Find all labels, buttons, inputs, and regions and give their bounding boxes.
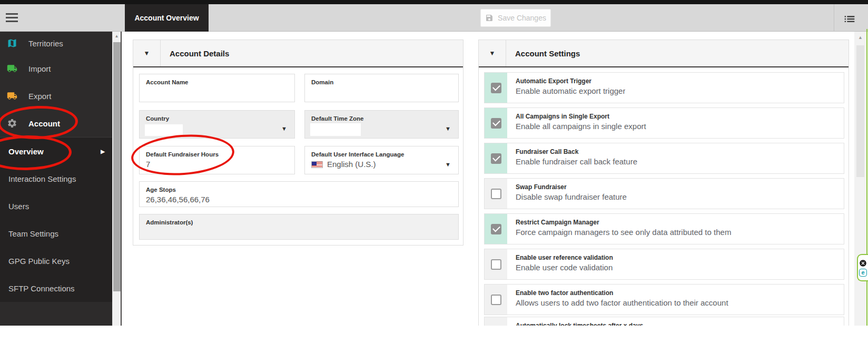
- field-label: Default User Interface Language: [311, 151, 452, 158]
- toggle-fundraiser-call-back[interactable]: Fundraiser Call Back Enable fundraiser c…: [484, 143, 844, 174]
- default-ui-language-select[interactable]: Default User Interface Language English …: [304, 146, 459, 174]
- domain-field[interactable]: Domain: [304, 74, 459, 102]
- tab-account-overview[interactable]: Account Overview: [125, 4, 209, 32]
- redacted-value: [310, 123, 361, 136]
- us-flag-icon: [311, 161, 323, 168]
- account-details-header: ▼ Account Details: [133, 40, 463, 67]
- sidebar-nav: Territories Import Export Account Overvi…: [0, 32, 112, 326]
- toggle-title: Automatically lock timesheets after x da…: [516, 322, 643, 326]
- clipper-badge-icon[interactable]: e: [859, 269, 867, 277]
- content-scrollbar[interactable]: ▲: [854, 32, 866, 326]
- checkbox-cell[interactable]: [485, 179, 507, 209]
- field-value: 7: [146, 160, 288, 169]
- toggle-restrict-campaign-manager[interactable]: Restrict Campaign Manager Force campaign…: [484, 213, 844, 244]
- scroll-up-arrow-icon[interactable]: ▲: [113, 32, 121, 41]
- field-value: English (U.S.): [327, 160, 376, 169]
- sidebar-item-sftp-connections[interactable]: SFTP Connections: [0, 275, 112, 302]
- toggle-description: Force campaign managers to see only data…: [516, 228, 731, 237]
- scroll-up-arrow-icon[interactable]: ▲: [854, 35, 866, 40]
- field-label: Default Time Zone: [311, 115, 452, 122]
- sidebar-item-interaction-settings[interactable]: Interaction Settings: [0, 165, 112, 192]
- toggle-user-reference-validation[interactable]: Enable user reference validation Enable …: [484, 249, 844, 280]
- checkbox-cell[interactable]: [485, 317, 507, 326]
- sidebar-scrollbar-thumb[interactable]: [113, 42, 121, 291]
- checkbox-cell[interactable]: [485, 249, 507, 279]
- checkbox[interactable]: [491, 83, 501, 93]
- save-changes-button[interactable]: Save Changes: [480, 9, 551, 27]
- sidebar-item-label: Users: [8, 202, 29, 211]
- default-fundraiser-hours-field[interactable]: Default Fundraiser Hours 7: [139, 146, 295, 174]
- checkbox-cell[interactable]: [485, 214, 507, 244]
- sidebar-item-import[interactable]: Import: [0, 55, 112, 82]
- age-stops-field[interactable]: Age Stops 26,36,46,56,66,76: [139, 181, 459, 207]
- account-settings-panel: ▼ Account Settings Automatic Export Trig…: [478, 40, 849, 326]
- account-submenu: Overview ▶ Interaction Settings Users Te…: [0, 137, 112, 302]
- account-name-field[interactable]: Account Name: [139, 74, 295, 102]
- toggle-description: Disable swap fundraiser feature: [516, 192, 627, 201]
- field-label: Age Stops: [146, 187, 452, 193]
- checkbox[interactable]: [491, 224, 501, 234]
- sidebar-scrollbar[interactable]: ▲: [112, 32, 121, 326]
- collapse-arrow-icon[interactable]: ▼: [479, 40, 506, 66]
- checkbox-cell[interactable]: [485, 285, 507, 315]
- hamburger-menu-icon[interactable]: [6, 13, 18, 22]
- sidebar-item-label: Territories: [28, 39, 63, 48]
- content-scrollbar-thumb[interactable]: [856, 45, 864, 177]
- clipper-pull-tab[interactable]: e: [857, 254, 868, 281]
- gear-icon: [6, 118, 18, 129]
- sidebar-item-label: GPG Public Keys: [8, 257, 70, 266]
- sidebar-item-label: Import: [28, 64, 51, 73]
- field-label: Account Name: [146, 79, 288, 85]
- checkbox[interactable]: [491, 118, 501, 129]
- list-view-button[interactable]: [841, 11, 858, 26]
- toggle-title: All Campaigns in Single Export: [516, 113, 646, 120]
- sidebar-item-label: SFTP Connections: [8, 284, 75, 293]
- sidebar-item-label: Export: [28, 92, 51, 101]
- toggle-title: Fundraiser Call Back: [516, 148, 637, 155]
- toggle-auto-lock-timesheets[interactable]: Automatically lock timesheets after x da…: [484, 317, 844, 326]
- save-icon: [485, 14, 494, 22]
- toggle-swap-fundraiser[interactable]: Swap Fundraiser Disable swap fundraiser …: [484, 178, 844, 209]
- chevron-down-icon[interactable]: ▼: [445, 161, 451, 168]
- toggle-all-campaigns-single-export[interactable]: All Campaigns in Single Export Enable al…: [484, 107, 844, 139]
- sidebar-item-account[interactable]: Account: [0, 110, 112, 137]
- checkbox[interactable]: [491, 259, 501, 270]
- field-value: [311, 87, 452, 97]
- toggle-description: Enable automatic export trigger: [516, 86, 625, 95]
- toggle-title: Restrict Campaign Manager: [516, 219, 731, 226]
- main-content: ▼ Account Details Account Name Domain Co…: [122, 32, 853, 326]
- toggle-title: Automatic Export Trigger: [516, 77, 625, 85]
- default-time-zone-select[interactable]: Default Time Zone ▼: [304, 110, 459, 139]
- chevron-down-icon[interactable]: ▼: [445, 125, 451, 132]
- sidebar-item-gpg-public-keys[interactable]: GPG Public Keys: [0, 247, 112, 275]
- account-details-panel: ▼ Account Details Account Name Domain Co…: [133, 40, 463, 246]
- collapse-arrow-icon[interactable]: ▼: [133, 40, 161, 66]
- sidebar-item-team-settings[interactable]: Team Settings: [0, 220, 112, 247]
- top-toolbar: Account Overview Save Changes: [0, 4, 868, 32]
- toggle-title: Enable user reference validation: [516, 254, 613, 261]
- checkbox[interactable]: [491, 189, 501, 199]
- country-select[interactable]: Country ▼: [139, 110, 295, 139]
- toggle-two-factor-authentication[interactable]: Enable two factor authentication Allows …: [484, 284, 844, 315]
- toggle-automatic-export-trigger[interactable]: Automatic Export Trigger Enable automati…: [484, 72, 844, 103]
- chevron-down-icon[interactable]: ▼: [281, 125, 287, 132]
- checkbox-cell[interactable]: [485, 108, 507, 138]
- checkbox[interactable]: [491, 295, 501, 305]
- toolbar-divider: [834, 4, 834, 32]
- field-value: 26,36,46,56,66,76: [146, 195, 452, 204]
- sidebar-item-label: Account: [28, 119, 60, 128]
- checkbox-cell[interactable]: [485, 143, 507, 173]
- checkbox-cell[interactable]: [485, 73, 507, 103]
- administrators-field[interactable]: Administrator(s): [139, 214, 459, 240]
- sidebar-item-users[interactable]: Users: [0, 192, 112, 220]
- import-truck-icon: [6, 63, 18, 74]
- checkbox[interactable]: [491, 153, 501, 164]
- close-icon[interactable]: [859, 259, 867, 267]
- account-settings-header: ▼ Account Settings: [479, 40, 849, 67]
- sidebar-item-label: Team Settings: [8, 229, 58, 238]
- sidebar-item-export[interactable]: Export: [0, 82, 112, 110]
- chevron-right-icon: ▶: [101, 149, 105, 154]
- save-changes-label: Save Changes: [498, 14, 546, 22]
- sidebar-item-overview[interactable]: Overview ▶: [0, 138, 112, 165]
- sidebar-item-territories[interactable]: Territories: [0, 32, 112, 55]
